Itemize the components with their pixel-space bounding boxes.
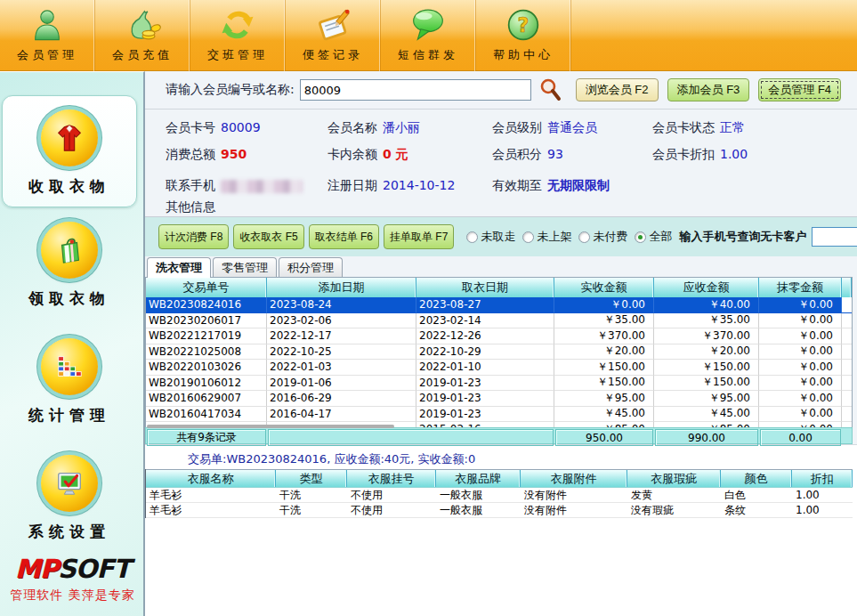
orders-summary-row: 共有9条记录 950.00 990.00 0.00 <box>145 427 853 444</box>
order-row[interactable]: WB202201030262022-01-032022-01-10￥150.00… <box>146 360 852 376</box>
logo-soft-text: SOFT <box>58 554 130 584</box>
order-cell: ￥20.00 <box>554 344 654 361</box>
sidebar-item-system-settings[interactable]: 系统设置 <box>3 455 136 542</box>
order-cell: ￥20.00 <box>654 344 759 361</box>
order-cell: ￥0.00 <box>759 328 842 344</box>
items-table-body: 羊毛衫干洗不使用一般衣服没有附件发黄白色1.00羊毛衫干洗不使用一般衣服没有附件… <box>146 488 853 518</box>
balance-label: 卡内余额 <box>327 147 377 163</box>
column-header[interactable]: 应收金额 <box>654 278 759 297</box>
order-cell: ￥150.00 <box>554 360 654 376</box>
order-cell: 2019-01-06 <box>267 376 416 392</box>
member-management-button[interactable]: 会员管理 F4 <box>758 78 841 101</box>
order-cell: WB20160417034 <box>146 407 267 423</box>
search-icon[interactable] <box>538 77 563 102</box>
order-detail-panel: 交易单:WB20230824016, 应收金额:40元, 实收金额:0 衣服名称… <box>145 444 857 616</box>
app-window: 会员管理 会员充值 交班管理 <box>0 0 857 616</box>
item-cell: 没有瑕疵 <box>627 503 721 518</box>
points-value: 93 <box>547 147 563 163</box>
toolbar-help-center[interactable]: ? 帮助中心 <box>476 0 571 71</box>
card-status-value: 正常 <box>720 120 745 136</box>
order-cell: ￥0.00 <box>759 407 842 423</box>
tab-laundry-management[interactable]: 洗衣管理 <box>147 257 211 278</box>
orders-table: 交易单号 添加日期 取衣日期 实收金额 应收金额 抹零金额 WB20230824… <box>145 277 853 429</box>
points-label: 会员积分 <box>492 147 542 163</box>
orders-table-body: WB202308240162023-08-242023-08-27￥0.00￥4… <box>146 297 852 428</box>
item-row[interactable]: 羊毛衫干洗不使用一般衣服没有附件没有瑕疵条纹1.00 <box>146 503 853 518</box>
column-header[interactable]: 折扣 <box>792 470 853 487</box>
column-header[interactable]: 抹零金额 <box>759 278 842 297</box>
received-total: 950.00 <box>555 429 653 446</box>
toolbar-member-management[interactable]: 会员管理 <box>0 0 95 71</box>
radio-unpaid[interactable]: 未付费 <box>578 229 627 245</box>
order-row[interactable]: WB202308240162023-08-242023-08-27￥0.00￥4… <box>146 297 852 313</box>
order-cell: ￥35.00 <box>654 313 759 329</box>
toolbar-shift-management[interactable]: 交班管理 <box>190 0 286 71</box>
column-header[interactable]: 衣服附件 <box>521 470 627 487</box>
column-header[interactable]: 添加日期 <box>267 278 416 297</box>
column-header[interactable]: 交易单号 <box>146 278 267 297</box>
receive-pickup-button[interactable]: 收衣取衣 F5 <box>233 224 303 249</box>
member-info-panel: 会员卡号80009 会员名称潘小丽 会员级别普通会员 会员卡状态正常 消费总额9… <box>145 109 857 217</box>
toolbar-label: 交班管理 <box>207 47 268 63</box>
column-header[interactable]: 颜色 <box>721 470 792 487</box>
order-cell: 2022-10-25 <box>267 344 416 361</box>
scrollbar-gutter <box>842 376 852 392</box>
column-header[interactable]: 实收金额 <box>554 278 654 297</box>
order-cell: 2019-01-23 <box>416 407 554 423</box>
order-cell: ￥40.00 <box>654 297 759 313</box>
item-row[interactable]: 羊毛衫干洗不使用一般衣服没有附件发黄白色1.00 <box>146 488 853 503</box>
order-row[interactable]: WB202210250082022-10-252022-10-29￥20.00￥… <box>146 344 852 361</box>
order-cell: 2022-01-03 <box>267 360 416 376</box>
left-sidebar: 收取衣物 领取衣物 <box>0 71 145 616</box>
scrollbar-gutter <box>842 297 852 313</box>
order-cell: ￥0.00 <box>554 297 654 313</box>
tab-retail-management[interactable]: 零售管理 <box>213 257 277 277</box>
order-row[interactable]: WB201604170342016-04-172019-01-23￥45.00￥… <box>146 407 852 423</box>
radio-not-shelved[interactable]: 未上架 <box>522 229 571 245</box>
item-cell: 羊毛衫 <box>146 503 276 518</box>
count-consume-button[interactable]: 计次消费 F8 <box>158 224 229 249</box>
toolbar-sms-broadcast[interactable]: 短信群发 <box>381 0 476 71</box>
hold-order-button[interactable]: 挂单取单 F7 <box>384 224 454 249</box>
radio-not-taken[interactable]: 未取走 <box>466 229 515 245</box>
sidebar-item-pickup-clothes[interactable]: 领取衣物 <box>3 222 136 309</box>
order-cell: ￥35.00 <box>554 313 654 329</box>
sidebar-item-receive-clothes[interactable]: 收取衣物 <box>3 109 136 197</box>
filter-radio-group: 未取走 未上架 未付费 全部 <box>459 229 672 245</box>
order-row[interactable]: WB201901060122019-01-062019-01-23￥150.00… <box>146 376 852 392</box>
tab-points-management[interactable]: 积分管理 <box>279 257 343 277</box>
add-member-button[interactable]: 添加会员 F3 <box>667 78 750 101</box>
radio-all[interactable]: 全部 <box>635 229 672 245</box>
scrollbar-gutter <box>842 391 852 407</box>
phone-label: 联系手机 <box>166 178 215 194</box>
sidebar-item-label: 统计管理 <box>3 405 136 426</box>
toolbar-member-recharge[interactable]: 会员充值 <box>95 0 190 71</box>
receivable-total: 990.00 <box>655 429 758 446</box>
phone-query-label: 输入手机号查询无卡客户 <box>679 229 806 245</box>
phone-value-masked <box>221 180 303 193</box>
order-row[interactable]: WB202212170192022-12-172022-12-26￥370.00… <box>146 328 852 344</box>
order-row[interactable]: WB201606290072016-06-292019-01-23￥95.00￥… <box>146 391 852 407</box>
phone-query-input[interactable] <box>812 227 857 247</box>
order-detail-line: 交易单:WB20230824016, 应收金额:40元, 实收金额:0 <box>188 451 475 467</box>
browse-member-button[interactable]: 浏览会员 F2 <box>576 78 659 101</box>
sidebar-item-statistics[interactable]: 统计管理 <box>3 338 136 426</box>
member-search-input[interactable] <box>300 79 531 101</box>
column-header[interactable]: 衣服挂号 <box>347 470 436 487</box>
column-header[interactable]: 衣服名称 <box>146 470 276 487</box>
toolbar-note-records[interactable]: 便签记录 <box>286 0 381 71</box>
column-header[interactable]: 衣服品牌 <box>436 470 521 487</box>
order-cell: WB20160629007 <box>146 391 267 407</box>
item-cell: 不使用 <box>347 488 436 503</box>
order-cell: 2016-06-29 <box>267 391 416 407</box>
top-toolbar: 会员管理 会员充值 交班管理 <box>0 0 857 71</box>
column-header[interactable]: 类型 <box>276 470 347 487</box>
pickup-settle-button[interactable]: 取衣结单 F6 <box>309 224 379 249</box>
total-spent-label: 消费总额 <box>166 147 215 163</box>
order-cell: ￥45.00 <box>654 407 759 423</box>
column-header[interactable]: 衣服瑕疵 <box>627 470 721 487</box>
column-header[interactable]: 取衣日期 <box>416 278 554 297</box>
horizontal-scrollbar[interactable] <box>147 425 394 428</box>
order-row[interactable]: WB202302060172023-02-062023-02-14￥35.00￥… <box>146 313 852 329</box>
rounding-total: 0.00 <box>760 429 841 446</box>
